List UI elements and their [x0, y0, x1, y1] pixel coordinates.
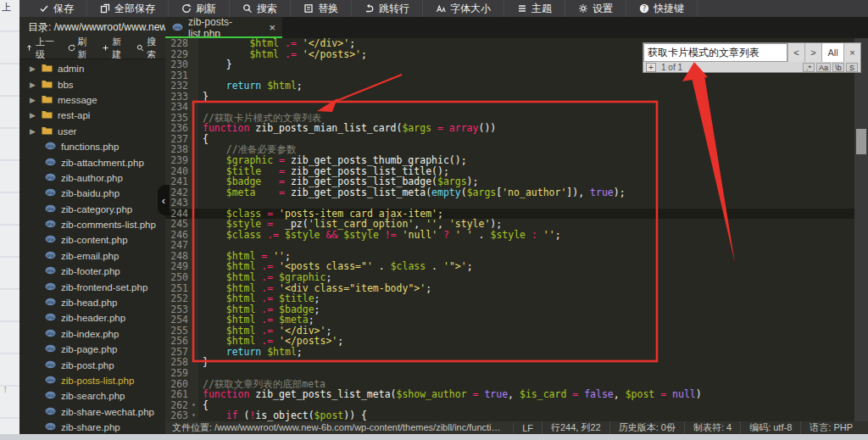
tree-file-zib-posts-list.php[interactable]: phpzib-posts-list.php — [19, 373, 165, 388]
editor-toolbar: 保存全部保存刷新搜索替换跳转行字体大小主题设置?快捷键 — [19, 0, 868, 17]
status-item: 编码: utf-8 — [740, 421, 800, 434]
fold-gutter — [192, 38, 198, 49]
toolbar-button-save-all[interactable]: 全部保存 — [87, 0, 169, 17]
code-line-258[interactable]: 258} — [165, 357, 854, 368]
toolbar-button-replace[interactable]: 替换 — [291, 0, 352, 17]
folder-name: rest-api — [58, 110, 90, 120]
refresh-icon — [68, 43, 75, 53]
tree-folder-user[interactable]: ▶user — [19, 124, 165, 139]
folder-expand-caret-icon[interactable]: ▶ — [30, 111, 36, 120]
tree-file-functions.php[interactable]: phpfunctions.php — [19, 139, 165, 154]
tree-file-zib-share-wechat.php[interactable]: phpzib-share-wechat.php — [19, 404, 165, 420]
toolbar-button-save[interactable]: 保存 — [26, 0, 87, 17]
code-line-236[interactable]: 236function zib_posts_mian_list_card($ar… — [165, 123, 854, 134]
tree-file-zib-frontend-set.php[interactable]: phpzib-frontend-set.php — [19, 279, 165, 294]
folder-name: message — [58, 95, 97, 105]
svg-text:php: php — [47, 253, 54, 258]
folder-expand-caret-icon[interactable]: ▶ — [30, 81, 36, 89]
toolbar-button-goto-line[interactable]: 跳转行 — [352, 0, 423, 17]
svg-text:php: php — [47, 378, 54, 382]
code-line-233[interactable]: 233} — [165, 92, 854, 103]
tree-file-zib-footer.php[interactable]: phpzib-footer.php — [19, 264, 165, 279]
line-number: 261 — [165, 389, 192, 400]
fold-marker-icon[interactable]: ▾ — [192, 400, 198, 411]
search-toggle-2[interactable]: \b — [832, 63, 844, 72]
folder-expand-caret-icon[interactable]: ▶ — [30, 96, 36, 104]
tree-file-zib-attachment.php[interactable]: phpzib-attachment.php — [19, 154, 165, 170]
code-line-246[interactable]: 246 $class .= $style && $style != 'null'… — [165, 230, 854, 241]
tab-zib-posts-list[interactable]: php zib-posts-list.php × — [165, 17, 282, 38]
tree-file-zib-header.php[interactable]: phpzib-header.php — [19, 310, 165, 326]
file-name: zib-index.php — [61, 329, 119, 339]
tree-folder-message[interactable]: ▶message — [19, 92, 165, 108]
editor-scrollbar-thumb[interactable] — [856, 129, 866, 154]
svg-text:php: php — [47, 362, 54, 366]
tab-close-icon[interactable]: × — [269, 22, 275, 33]
tree-file-zib-page.php[interactable]: phpzib-page.php — [19, 342, 165, 357]
tree-file-zib-baidu.php[interactable]: phpzib-baidu.php — [19, 186, 165, 201]
search-close-icon[interactable]: × — [843, 43, 860, 62]
search-prev-button[interactable]: < — [787, 43, 804, 62]
tree-file-zib-category.php[interactable]: phpzib-category.php — [19, 202, 165, 217]
toolbar-button-font-size[interactable]: 字体大小 — [423, 0, 504, 17]
toolbar-button-label: 主题 — [531, 2, 552, 16]
search-toggle-1[interactable]: Aa — [816, 63, 831, 72]
folder-expand-caret-icon[interactable]: ▶ — [30, 64, 36, 73]
tree-file-zib-author.php[interactable]: phpzib-author.php — [19, 170, 165, 186]
tree-file-zib-search.php[interactable]: phpzib-search.php — [19, 388, 165, 404]
tree-action-search[interactable]: 搜索 — [131, 38, 165, 58]
fold-gutter — [192, 357, 198, 368]
code-line-261[interactable]: 261function zib_get_posts_list_meta($sho… — [165, 389, 854, 400]
tree-file-zib-comments-list.php[interactable]: phpzib-comments-list.php — [19, 217, 165, 232]
tree-folder-rest-api[interactable]: ▶rest-api — [19, 108, 165, 123]
svg-text:php: php — [47, 315, 54, 320]
tree-file-zib-share.php[interactable]: phpzib-share.php — [19, 420, 165, 434]
file-name: zib-post.php — [61, 360, 114, 370]
tree-file-zib-post.php[interactable]: phpzib-post.php — [19, 357, 165, 372]
sidebar-collapse-chevron-icon[interactable]: ‹ — [158, 185, 170, 215]
tree-folder-admin[interactable]: ▶admin — [19, 61, 165, 76]
search-match-count: 1 of 1 — [661, 63, 682, 72]
search-toggle-0[interactable]: .* — [803, 63, 815, 72]
fold-gutter — [192, 251, 198, 262]
fold-gutter — [192, 219, 198, 230]
php-file-icon: php — [45, 220, 56, 230]
toolbar-button-search[interactable]: 搜索 — [230, 0, 291, 17]
toolbar-button-theme[interactable]: 主题 — [504, 0, 565, 17]
code-line-257[interactable]: 257 return $html; — [165, 347, 854, 358]
fold-marker-icon[interactable]: ▾ — [192, 410, 198, 421]
fold-gutter — [192, 283, 198, 294]
fold-gutter — [192, 113, 198, 124]
tree-file-zib-content.php[interactable]: phpzib-content.php — [19, 232, 165, 248]
tree-folder-bbs[interactable]: ▶bbs — [19, 76, 165, 92]
search-icon — [136, 43, 144, 53]
search-add-button[interactable]: + — [646, 63, 656, 72]
search-all-button[interactable]: All — [821, 43, 843, 62]
tree-file-zib-index.php[interactable]: phpzib-index.php — [19, 326, 165, 342]
svg-text:php: php — [47, 159, 54, 164]
fold-gutter — [192, 49, 198, 60]
tree-action-up[interactable]: 上一级 — [19, 38, 62, 58]
code-editor[interactable]: 228 $html .= '</div>';229 $html .= '</po… — [165, 38, 854, 421]
fold-gutter — [192, 304, 198, 315]
tree-action-plus[interactable]: 新建 — [96, 38, 131, 58]
search-next-button[interactable]: > — [804, 43, 821, 62]
search-input[interactable] — [643, 43, 787, 62]
code-line-242[interactable]: 242 $meta = zib_get_posts_list_meta(empt… — [165, 187, 854, 198]
code-line-232[interactable]: 232 return $html; — [165, 81, 854, 92]
toolbar-button-label: 设置 — [593, 2, 613, 16]
toolbar-button-shortcut[interactable]: ?快捷键 — [626, 0, 698, 17]
status-item: LF — [513, 423, 542, 433]
toolbar-button-settings[interactable]: 设置 — [565, 0, 626, 17]
php-file-icon: php — [45, 266, 56, 276]
tree-file-zib-email.php[interactable]: phpzib-email.php — [19, 248, 165, 264]
svg-text:php: php — [47, 175, 54, 180]
php-file-icon: php — [45, 158, 56, 168]
toolbar-button-refresh[interactable]: 刷新 — [169, 0, 230, 17]
search-toggle-3[interactable]: S — [846, 63, 858, 72]
svg-text:php: php — [47, 207, 54, 211]
editor-scrollbar-track[interactable] — [854, 38, 868, 421]
folder-expand-caret-icon[interactable]: ▶ — [30, 127, 36, 136]
tree-action-refresh[interactable]: 刷新 — [62, 38, 97, 58]
tree-file-zib-head.php[interactable]: phpzib-head.php — [19, 295, 165, 310]
